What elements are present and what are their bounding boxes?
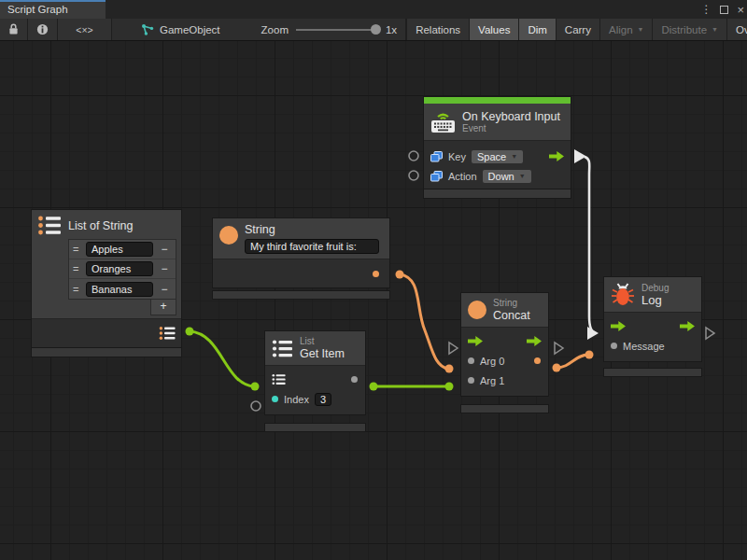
node-footer: [603, 368, 702, 377]
enum-icon: [430, 171, 443, 182]
flow-input-port[interactable]: [611, 321, 626, 331]
node-category: List: [300, 336, 345, 347]
index-value-field[interactable]: 3: [315, 393, 331, 406]
enum-icon: [430, 151, 443, 162]
key-port-row: Key Space ▼: [424, 147, 571, 166]
list-item-row: = Bananas −: [69, 279, 176, 299]
node-subtitle: Event: [462, 123, 560, 134]
wire-concat-to-log[interactable]: [557, 355, 588, 368]
node-title: String: [245, 223, 379, 236]
wire-endpoint[interactable]: [396, 271, 404, 279]
arg1-input-port[interactable]: [468, 377, 474, 384]
node-footer: [31, 347, 182, 357]
node-header[interactable]: List Get Item: [265, 331, 365, 366]
control-wire-start-arrow[interactable]: [574, 149, 586, 163]
arg0-row: Arg 0: [461, 351, 548, 371]
flow-output-port[interactable]: [549, 151, 564, 161]
wire-string-to-concat[interactable]: [400, 274, 448, 369]
node-title: Get Item: [300, 347, 345, 360]
script-graph-window: Script Graph ⋮ × <×>: [0, 0, 747, 560]
wire-endpoint[interactable]: [553, 364, 561, 372]
index-input-port[interactable]: [272, 396, 278, 402]
list-input-port[interactable]: [272, 373, 286, 385]
remove-item-button[interactable]: −: [157, 243, 172, 256]
node-debug-log[interactable]: Debug Log Message: [603, 276, 702, 362]
index-row: Index 3: [265, 389, 365, 409]
node-on-keyboard-input[interactable]: On Keyboard Input Event Key Space ▼: [423, 96, 571, 192]
wire-endpoint[interactable]: [445, 383, 454, 391]
wire-endpoint[interactable]: [585, 351, 594, 359]
arg0-label: Arg 0: [480, 356, 504, 367]
result-output-port[interactable]: [534, 357, 541, 364]
flow-output-port[interactable]: [527, 336, 542, 346]
action-port-row: Action Down ▼: [424, 166, 571, 186]
node-header[interactable]: String My third favorite fruit is:: [213, 218, 389, 259]
list-icon: [37, 215, 62, 236]
message-label: Message: [623, 341, 665, 352]
key-label: Key: [448, 151, 466, 162]
wire-endpoint[interactable]: [445, 365, 454, 373]
unconnected-flow-out-concat[interactable]: [555, 343, 563, 354]
flow-output-port[interactable]: [680, 321, 695, 331]
node-header[interactable]: Debug Log: [604, 277, 701, 313]
node-title: Concat: [493, 309, 530, 322]
list-input-row: [265, 370, 365, 389]
node-header[interactable]: List of String = Apples − = Oranges − = …: [32, 210, 181, 319]
node-list-of-string[interactable]: List of String = Apples − = Oranges − = …: [31, 209, 182, 349]
list-icon: [272, 339, 293, 358]
arg0-input-port[interactable]: [468, 357, 474, 364]
drag-handle-icon[interactable]: =: [73, 263, 82, 274]
message-input-port[interactable]: [611, 343, 617, 349]
unconnected-flow-in-concat[interactable]: [449, 343, 458, 354]
list-item-row: = Apples −: [69, 240, 176, 259]
list-item-field[interactable]: Bananas: [86, 282, 153, 297]
unconnected-flow-out-log[interactable]: [706, 328, 714, 339]
control-wire-end-arrow[interactable]: [587, 327, 599, 340]
wire-keyboard-to-log[interactable]: [585, 157, 596, 333]
node-string-literal[interactable]: String My third favorite fruit is:: [212, 217, 390, 288]
unconnected-port-key[interactable]: [409, 151, 418, 161]
node-footer: [212, 290, 390, 300]
string-value-field[interactable]: My third favorite fruit is:: [245, 239, 379, 254]
string-output-port[interactable]: [373, 271, 379, 277]
unconnected-port-index[interactable]: [251, 401, 261, 411]
node-body: [32, 319, 181, 348]
key-dropdown[interactable]: Space ▼: [472, 150, 523, 163]
wire-endpoint[interactable]: [251, 383, 260, 391]
bug-icon: [611, 282, 635, 307]
string-type-icon: [468, 301, 486, 319]
drag-handle-icon[interactable]: =: [73, 284, 82, 295]
flow-row: [461, 331, 548, 351]
node-footer: [460, 404, 549, 413]
node-title: Log: [641, 294, 669, 307]
flow-input-port[interactable]: [468, 336, 483, 346]
wire-endpoint[interactable]: [186, 328, 194, 336]
unconnected-port-action[interactable]: [409, 171, 418, 180]
node-footer: [264, 423, 366, 432]
node-concat[interactable]: String Concat Arg 0 Arg 1: [460, 292, 549, 397]
action-dropdown[interactable]: Down ▼: [483, 170, 531, 183]
list-item-field[interactable]: Oranges: [86, 261, 153, 276]
list-item-field[interactable]: Apples: [86, 242, 153, 257]
drag-handle-icon[interactable]: =: [73, 244, 82, 255]
wire-endpoint[interactable]: [370, 383, 378, 391]
node-footer: [423, 189, 571, 199]
node-title: On Keyboard Input: [462, 110, 560, 123]
node-header[interactable]: On Keyboard Input Event: [424, 104, 571, 141]
node-header[interactable]: String Concat: [461, 293, 548, 328]
list-output-port[interactable]: [159, 326, 176, 341]
action-label: Action: [448, 171, 477, 182]
chevron-down-icon: ▼: [511, 153, 517, 160]
remove-item-button[interactable]: −: [157, 283, 172, 296]
flow-row: [604, 316, 701, 336]
event-accent-bar: [424, 97, 571, 104]
node-title: List of String: [68, 219, 133, 232]
node-get-item[interactable]: List Get Item Index 3: [264, 330, 366, 415]
item-output-port[interactable]: [351, 376, 358, 383]
string-type-icon: [219, 226, 238, 245]
wire-list-to-getitem[interactable]: [190, 331, 254, 386]
chevron-down-icon: ▼: [519, 173, 526, 179]
add-item-button[interactable]: +: [150, 300, 176, 315]
node-body: [213, 259, 389, 287]
remove-item-button[interactable]: −: [157, 262, 172, 275]
